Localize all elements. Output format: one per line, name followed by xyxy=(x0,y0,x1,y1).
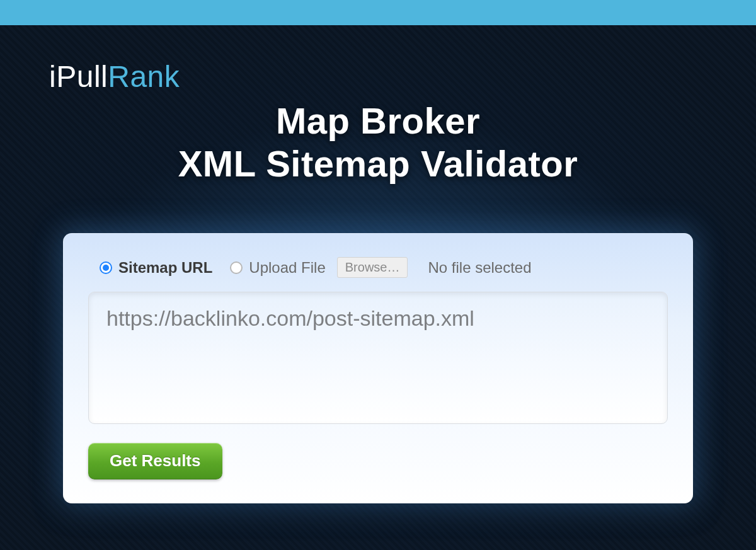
brand-logo: iPullRank xyxy=(49,59,180,94)
logo-part-pull: Pull xyxy=(56,60,108,93)
browse-button[interactable]: Browse… xyxy=(337,257,408,278)
option-upload-file-label[interactable]: Upload File xyxy=(249,259,325,277)
logo-part-i: i xyxy=(49,60,56,93)
sitemap-url-input[interactable] xyxy=(88,292,668,424)
page-background: iPullRank Map Broker XML Sitemap Validat… xyxy=(0,25,756,550)
radio-upload-file[interactable] xyxy=(230,261,243,274)
option-sitemap-url[interactable]: Sitemap URL xyxy=(100,259,212,277)
option-upload-file[interactable]: Upload File xyxy=(230,259,325,277)
input-mode-options: Sitemap URL Upload File Browse… No file … xyxy=(100,257,668,278)
radio-sitemap-url[interactable] xyxy=(100,261,112,274)
page-title: Map Broker XML Sitemap Validator xyxy=(0,100,756,186)
logo-part-rank: Rank xyxy=(108,60,180,93)
get-results-button[interactable]: Get Results xyxy=(88,443,222,479)
option-sitemap-url-label[interactable]: Sitemap URL xyxy=(118,259,212,277)
validator-panel: Sitemap URL Upload File Browse… No file … xyxy=(63,233,693,503)
page-title-line-1: Map Broker xyxy=(0,100,756,142)
file-selected-status: No file selected xyxy=(428,259,531,277)
page-title-line-2: XML Sitemap Validator xyxy=(0,142,756,185)
top-bar xyxy=(0,0,756,25)
